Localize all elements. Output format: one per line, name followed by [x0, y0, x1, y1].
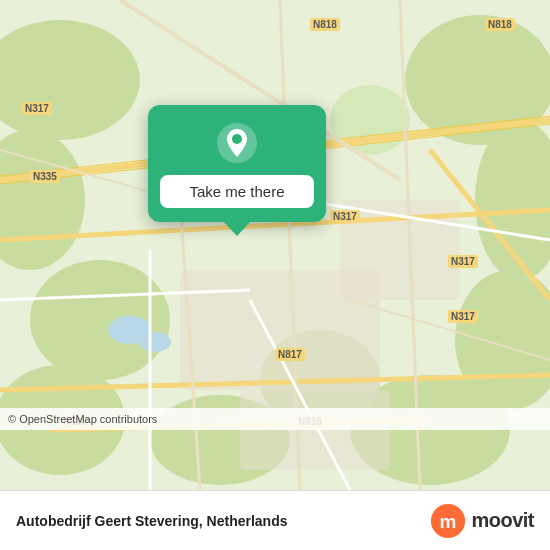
road-label-n818-top: N818 [310, 18, 340, 31]
attribution-text: © OpenStreetMap contributors [8, 413, 157, 425]
svg-rect-16 [240, 390, 390, 470]
moovit-logo: m moovit [429, 502, 534, 540]
location-pin-icon [215, 121, 259, 165]
moovit-brand-text: moovit [471, 509, 534, 532]
road-label-n317-far: N317 [448, 310, 478, 323]
moovit-logo-icon: m [429, 502, 467, 540]
road-label-n317-mid: N317 [330, 210, 360, 223]
svg-point-35 [232, 134, 242, 144]
road-label-n317-right: N317 [448, 255, 478, 268]
attribution-bar: © OpenStreetMap contributors [0, 408, 550, 430]
road-label-n817: N817 [275, 348, 305, 361]
svg-text:m: m [440, 510, 457, 531]
location-name: Autobedrijf Geert Stevering, Netherlands [16, 513, 288, 529]
road-label-n335: N335 [30, 170, 60, 183]
road-label-n317-left: N317 [22, 102, 52, 115]
popup-card: Take me there [148, 105, 326, 222]
map-container: N818 N818 N317 N335 N317 N317 N317 N817 … [0, 0, 550, 490]
svg-point-13 [139, 332, 171, 352]
take-me-there-button[interactable]: Take me there [160, 175, 314, 208]
road-label-n818-right: N818 [485, 18, 515, 31]
bottom-bar: Autobedrijf Geert Stevering, Netherlands… [0, 490, 550, 550]
